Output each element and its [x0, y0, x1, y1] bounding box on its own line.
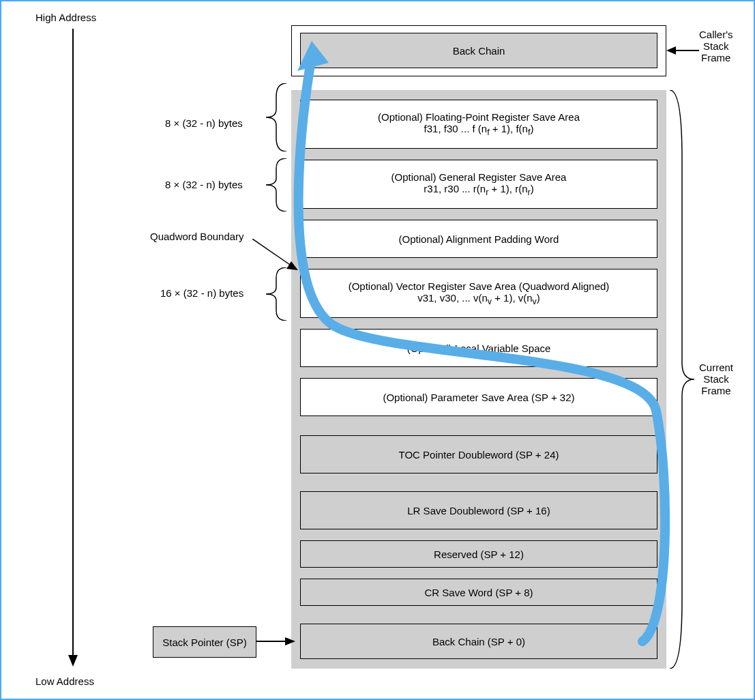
- gp-size-label: 8 × (32 - n) bytes: [165, 179, 243, 190]
- stack-frame-diagram: High Address Low Address Back Chain Call…: [0, 0, 755, 700]
- back-chain-caller-text: Back Chain: [453, 45, 505, 57]
- gp-save-cell: (Optional) General Register Save Area r3…: [300, 160, 657, 209]
- caller-frame-label-l1: Caller's: [699, 29, 733, 40]
- high-address-label: High Address: [35, 12, 96, 23]
- sp-label: Stack Pointer (SP): [162, 637, 246, 648]
- current-frame-label-l1: Current: [699, 362, 733, 373]
- reserved-text: Reserved (SP + 12): [434, 549, 524, 560]
- local-cell: (Optional) Local Variable Space: [300, 329, 657, 367]
- low-address-label: Low Address: [35, 675, 94, 687]
- back-chain-caller-cell: Back Chain: [300, 33, 657, 68]
- align-text: (Optional) Alignment Padding Word: [399, 233, 559, 245]
- svg-marker-7: [285, 637, 295, 645]
- cr-text: CR Save Word (SP + 8): [424, 587, 533, 598]
- align-cell: (Optional) Alignment Padding Word: [300, 220, 657, 258]
- caller-frame-label-l3: Frame: [699, 52, 733, 63]
- vr-save-l1: (Optional) Vector Register Save Area (Qu…: [349, 280, 610, 292]
- current-frame-label: Current Stack Frame: [699, 362, 733, 396]
- sp-box: Stack Pointer (SP): [153, 626, 256, 658]
- svg-marker-1: [68, 655, 78, 667]
- lr-cell: LR Save Doubleword (SP + 16): [300, 491, 657, 529]
- vr-save-cell: (Optional) Vector Register Save Area (Qu…: [300, 269, 657, 318]
- svg-marker-3: [666, 46, 676, 55]
- param-cell: (Optional) Parameter Save Area (SP + 32): [300, 378, 657, 416]
- fp-save-l2: f31, f30 ... f (nf + 1), f(nf): [424, 123, 534, 137]
- svg-line-4: [252, 239, 292, 266]
- cr-cell: CR Save Word (SP + 8): [300, 579, 657, 606]
- gp-brace-icon: [266, 158, 291, 212]
- current-frame-label-l3: Frame: [699, 385, 733, 396]
- reserved-cell: Reserved (SP + 12): [300, 540, 657, 568]
- local-text: (Optional) Local Variable Space: [407, 342, 551, 354]
- vr-save-l2: v31, v30, ... v(nv + 1), v(nv): [417, 292, 540, 306]
- vr-brace-icon: [266, 267, 291, 321]
- gp-save-l1: (Optional) General Register Save Area: [391, 171, 567, 183]
- address-axis-arrow: [66, 29, 80, 670]
- back-chain-bottom-cell: Back Chain (SP + 0): [300, 624, 657, 659]
- lr-text: LR Save Doubleword (SP + 16): [407, 505, 550, 516]
- fp-size-label: 8 × (32 - n) bytes: [165, 117, 243, 129]
- caller-frame-arrow: [666, 44, 699, 57]
- current-frame-label-l2: Stack: [699, 373, 733, 385]
- caller-frame-label: Caller's Stack Frame: [699, 29, 733, 63]
- fp-save-l1: (Optional) Floating-Point Register Save …: [378, 111, 580, 123]
- gp-save-l2: r31, r30 ... r(nr + 1), r(nr): [424, 183, 533, 197]
- fp-save-cell: (Optional) Floating-Point Register Save …: [300, 100, 657, 149]
- sp-arrow: [256, 635, 297, 648]
- caller-frame-label-l2: Stack: [699, 40, 733, 52]
- back-chain-bottom-text: Back Chain (SP + 0): [432, 636, 525, 647]
- toc-cell: TOC Pointer Doubleword (SP + 24): [300, 435, 657, 473]
- quadword-label: Quadword Boundary: [150, 231, 244, 242]
- vr-size-label: 16 × (32 - n) bytes: [160, 287, 243, 299]
- param-text: (Optional) Parameter Save Area (SP + 32): [383, 392, 574, 403]
- toc-text: TOC Pointer Doubleword (SP + 24): [399, 449, 559, 461]
- current-frame-brace-icon: [670, 90, 697, 669]
- fp-brace-icon: [266, 83, 291, 151]
